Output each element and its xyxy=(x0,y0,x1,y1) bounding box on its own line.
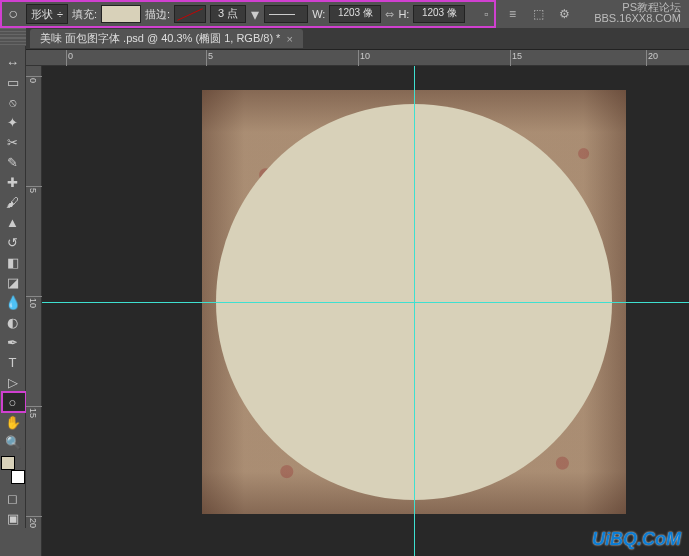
tool-mode-select[interactable]: 形状 ÷ xyxy=(26,4,68,24)
tools-panel: ↔▭⍉✦✂✎✚🖌▲↺◧◪💧◐✒T▷○✋🔍 ◻ ▣ xyxy=(0,28,26,528)
document-tab-title: 美味 面包图字体 .psd @ 40.3% (椭圆 1, RGB/8) * xyxy=(40,31,280,46)
horizontal-ruler[interactable]: 05101520 xyxy=(26,50,689,66)
blur-tool[interactable]: 💧 xyxy=(1,292,25,312)
chevron-down-icon: ÷ xyxy=(57,8,63,20)
history-brush-tool[interactable]: ↺ xyxy=(1,232,25,252)
tool-mode-label: 形状 xyxy=(31,7,53,22)
arrange-icon[interactable]: ⬚ xyxy=(529,5,547,23)
watermark-bottom: UiBQ.CoM xyxy=(592,529,681,550)
width-input[interactable]: 1203 像 xyxy=(329,5,381,23)
lasso-tool[interactable]: ⍉ xyxy=(1,92,25,112)
fill-label: 填充: xyxy=(72,7,97,22)
stroke-style-select[interactable] xyxy=(264,5,308,23)
type-tool[interactable]: T xyxy=(1,352,25,372)
align-icon[interactable]: ≡ xyxy=(503,5,521,23)
pen-tool[interactable]: ✒ xyxy=(1,332,25,352)
brush-tool[interactable]: 🖌 xyxy=(1,192,25,212)
options-right-icons: ▫ ≡ ⬚ ⚙ xyxy=(477,5,573,23)
foreground-background-colors[interactable] xyxy=(1,456,25,484)
ellipse-tool-icon: ○ xyxy=(4,5,22,23)
stroke-color-swatch[interactable] xyxy=(174,5,206,23)
height-input[interactable]: 1203 像 xyxy=(413,5,465,23)
eyedropper-tool[interactable]: ✎ xyxy=(1,152,25,172)
document-tab[interactable]: 美味 面包图字体 .psd @ 40.3% (椭圆 1, RGB/8) * × xyxy=(30,29,303,48)
vertical-ruler[interactable]: 05101520 xyxy=(26,66,42,556)
document-tab-bar: 美味 面包图字体 .psd @ 40.3% (椭圆 1, RGB/8) * × xyxy=(0,28,689,50)
fill-color-swatch[interactable] xyxy=(101,5,141,23)
foreground-color-swatch[interactable] xyxy=(1,456,15,470)
path-select-tool[interactable]: ▷ xyxy=(1,372,25,392)
magic-wand-tool[interactable]: ✦ xyxy=(1,112,25,132)
move-tool[interactable]: ↔ xyxy=(1,52,25,72)
panel-grip[interactable] xyxy=(0,28,26,38)
zoom-tool[interactable]: 🔍 xyxy=(1,432,25,452)
close-icon[interactable]: × xyxy=(286,33,292,45)
stroke-width-input[interactable]: 3 点 xyxy=(210,5,246,23)
horizontal-guide[interactable] xyxy=(42,302,689,303)
crop-tool[interactable]: ✂ xyxy=(1,132,25,152)
healing-brush-tool[interactable]: ✚ xyxy=(1,172,25,192)
dodge-tool[interactable]: ◐ xyxy=(1,312,25,332)
chevron-down-icon[interactable]: ▾ xyxy=(250,5,260,23)
eraser-tool[interactable]: ◧ xyxy=(1,252,25,272)
screen-mode-toggle[interactable]: ▣ xyxy=(1,508,25,528)
link-wh-icon[interactable]: ⇔ xyxy=(385,8,394,21)
quick-mask-toggle[interactable]: ◻ xyxy=(1,488,25,508)
gradient-tool[interactable]: ◪ xyxy=(1,272,25,292)
rect-marquee-tool[interactable]: ▭ xyxy=(1,72,25,92)
height-label: H: xyxy=(398,8,409,20)
canvas-area[interactable] xyxy=(42,66,689,556)
tool-highlight-annotation xyxy=(1,391,27,413)
panel-grip[interactable] xyxy=(0,38,26,46)
width-label: W: xyxy=(312,8,325,20)
path-ops-icon[interactable]: ▫ xyxy=(477,5,495,23)
stamp-tool[interactable]: ▲ xyxy=(1,212,25,232)
watermark-top: PS教程论坛 BBS.16XX8.COM xyxy=(594,2,681,24)
stroke-label: 描边: xyxy=(145,7,170,22)
ellipse-shape-tool[interactable]: ○ xyxy=(1,392,25,412)
background-color-swatch[interactable] xyxy=(11,470,25,484)
gear-icon[interactable]: ⚙ xyxy=(555,5,573,23)
vertical-guide[interactable] xyxy=(414,66,415,556)
options-bar: ○ 形状 ÷ 填充: 描边: 3 点 ▾ W: 1203 像 ⇔ H: 1203… xyxy=(0,0,689,28)
watermark-line2: BBS.16XX8.COM xyxy=(594,13,681,24)
hand-tool[interactable]: ✋ xyxy=(1,412,25,432)
